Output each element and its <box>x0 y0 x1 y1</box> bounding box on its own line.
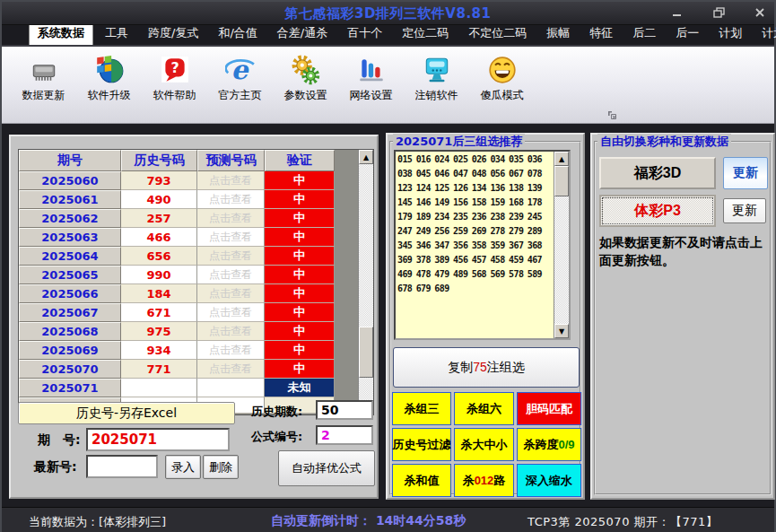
verify-cell: 未知 <box>265 379 335 397</box>
latest-number-input[interactable] <box>86 455 158 478</box>
menu-tab[interactable]: 工具 <box>97 22 136 45</box>
update-button[interactable]: 更新 <box>723 198 766 223</box>
minimize-icon[interactable] <box>670 6 684 19</box>
verify-cell: 中 <box>265 284 335 303</box>
scroll-up-icon[interactable]: ▲ <box>359 150 373 164</box>
copy-75-button[interactable]: 复制75注组选 <box>393 347 580 388</box>
history-number-cell: 184 <box>121 284 197 303</box>
toolbar-button[interactable]: 软件升级 <box>76 52 142 103</box>
status-bar: 当前数据为：[体彩排列三] 自动更新倒计时： 14时44分58秒 TCP3第 2… <box>2 507 774 532</box>
table-row: 2025060793点击查看中 <box>19 171 373 190</box>
period-cell[interactable]: 2025070 <box>19 360 121 379</box>
filter-button[interactable]: 杀大中小 <box>454 428 514 461</box>
period-cell[interactable]: 2025069 <box>19 341 121 360</box>
numbers-scrollbar[interactable]: ▲ ▼ <box>554 152 569 338</box>
filter-button[interactable]: 深入缩水 <box>517 464 581 497</box>
table-header-cell: 预测号码 <box>197 150 265 171</box>
period-cell[interactable]: 2025071 <box>19 379 121 397</box>
predict-link-cell[interactable]: 点击查看 <box>197 228 265 247</box>
scrollbar-thumb[interactable] <box>359 327 373 378</box>
toolbar-button[interactable]: e官方主页 <box>207 52 273 103</box>
predict-link-cell[interactable]: 点击查看 <box>197 379 265 397</box>
scrollbar-thumb[interactable] <box>554 166 569 196</box>
history-number-cell: 待开 <box>121 379 197 397</box>
period-cell[interactable]: 2025064 <box>19 247 121 266</box>
app-window: 第七感福彩3D排列三软件V8.81 系统数据工具跨度/复式和/合值合差/通杀百十… <box>0 0 776 532</box>
latest-number-label: 最新号: <box>34 459 77 475</box>
menu-tab[interactable]: 定位二码 <box>394 22 457 45</box>
menu-tab[interactable]: 后一 <box>667 22 707 45</box>
filter-button[interactable]: 胆码匹配 <box>517 392 581 425</box>
toolbar-button[interactable]: 参数设置 <box>273 52 338 103</box>
recommend-panel: 2025071后三组选推荐 015 016 024 025 026 034 03… <box>386 133 585 500</box>
period-cell[interactable]: 2025065 <box>19 266 121 284</box>
scroll-down-icon[interactable]: ▼ <box>554 324 569 338</box>
save-excel-button[interactable]: 历史号-另存Excel <box>18 402 235 424</box>
update-button[interactable]: 更新 <box>723 157 768 189</box>
menu-tab[interactable]: 后二 <box>624 22 664 45</box>
table-header-cell: 历史号码 <box>121 150 197 171</box>
delete-button[interactable]: 删除 <box>203 455 239 479</box>
menu-tab[interactable]: 合差/通杀 <box>269 22 336 45</box>
toolbar-button[interactable]: 傻瓜模式 <box>469 52 535 103</box>
menu-tab-bar: 系统数据工具跨度/复式和/合值合差/通杀百十个定位二码不定位二码振幅特征后二后一… <box>2 25 774 47</box>
toolbar-button[interactable]: 网络设置 <box>338 52 404 103</box>
toolbar-button[interactable]: 数据更新 <box>11 52 76 103</box>
dialog-launcher-icon[interactable] <box>606 109 617 120</box>
table-scrollbar[interactable]: ▲ ▼ <box>358 150 373 414</box>
verify-cell: 中 <box>265 322 335 341</box>
filter-button[interactable]: 杀和值 <box>392 464 451 497</box>
period-cell[interactable]: 2025068 <box>19 322 121 341</box>
table-row: 2025071待开点击查看未知 <box>19 379 373 397</box>
predict-link-cell[interactable]: 点击查看 <box>197 209 265 228</box>
predict-link-cell[interactable]: 点击查看 <box>197 303 265 322</box>
filter-button[interactable]: 杀跨度0/9 <box>517 428 581 461</box>
lottery-button[interactable]: 体彩P3 <box>599 195 716 227</box>
lottery-button[interactable]: 福彩3D <box>599 157 716 189</box>
period-cell[interactable]: 2025061 <box>19 190 121 209</box>
table-row: 2025061490点击查看中 <box>19 190 373 209</box>
predict-link-cell[interactable]: 点击查看 <box>197 247 265 266</box>
history-count-input[interactable] <box>316 400 373 420</box>
menu-tab[interactable]: 振幅 <box>538 22 578 45</box>
close-icon[interactable] <box>753 6 767 19</box>
menu-tab[interactable]: 特征 <box>581 22 621 45</box>
recommend-numbers-box[interactable]: 015 016 024 025 026 034 035 036 038 045 … <box>394 150 571 340</box>
enter-button[interactable]: 录入 <box>165 455 201 479</box>
period-input[interactable] <box>86 428 230 451</box>
period-cell[interactable]: 2025063 <box>19 228 121 247</box>
predict-link-cell[interactable]: 点击查看 <box>197 341 265 360</box>
menu-tab[interactable]: 和/合值 <box>210 22 265 45</box>
predict-link-cell[interactable]: 点击查看 <box>197 266 265 284</box>
toolbar-buttons: 数据更新软件升级?软件帮助e官方主页参数设置网络设置注销软件傻瓜模式 <box>2 47 774 103</box>
period-cell[interactable]: 2025062 <box>19 209 121 228</box>
toolbar-button[interactable]: 注销软件 <box>404 52 469 103</box>
history-number-cell: 490 <box>121 190 197 209</box>
predict-link-cell[interactable]: 点击查看 <box>197 284 265 303</box>
filter-button[interactable]: 历史号过滤 <box>392 428 451 461</box>
filter-button[interactable]: 杀组三 <box>392 392 451 425</box>
menu-tab[interactable]: 百十个 <box>339 22 390 45</box>
upgrade-icon <box>93 54 126 86</box>
restore-icon[interactable] <box>711 6 726 19</box>
predict-link-cell[interactable]: 点击查看 <box>197 360 265 379</box>
toolbar-button[interactable]: ?软件帮助 <box>142 52 207 103</box>
menu-tab[interactable]: 不定位二码 <box>460 22 535 45</box>
menu-tab[interactable]: 计划 <box>711 22 750 45</box>
menu-tab[interactable]: 计划2 <box>754 22 776 45</box>
period-cell[interactable]: 2025067 <box>19 303 121 322</box>
formula-number-input[interactable] <box>316 425 373 445</box>
filter-button[interactable]: 杀012路 <box>454 464 514 497</box>
predict-link-cell[interactable]: 点击查看 <box>197 171 265 190</box>
history-number-cell: 990 <box>121 266 197 284</box>
period-cell[interactable]: 2025060 <box>19 171 121 190</box>
scroll-up-icon[interactable]: ▲ <box>554 152 569 166</box>
settings-gears-icon <box>290 54 322 86</box>
predict-link-cell[interactable]: 点击查看 <box>197 322 265 341</box>
auto-formula-button[interactable]: 自动择优公式 <box>278 450 375 486</box>
predict-link-cell[interactable]: 点击查看 <box>197 190 265 209</box>
filter-button[interactable]: 杀组六 <box>454 392 514 425</box>
period-cell[interactable]: 2025066 <box>19 284 121 303</box>
menu-tab[interactable]: 跨度/复式 <box>140 22 206 45</box>
table-header-row: 期号历史号码预测号码验证 <box>19 150 373 171</box>
